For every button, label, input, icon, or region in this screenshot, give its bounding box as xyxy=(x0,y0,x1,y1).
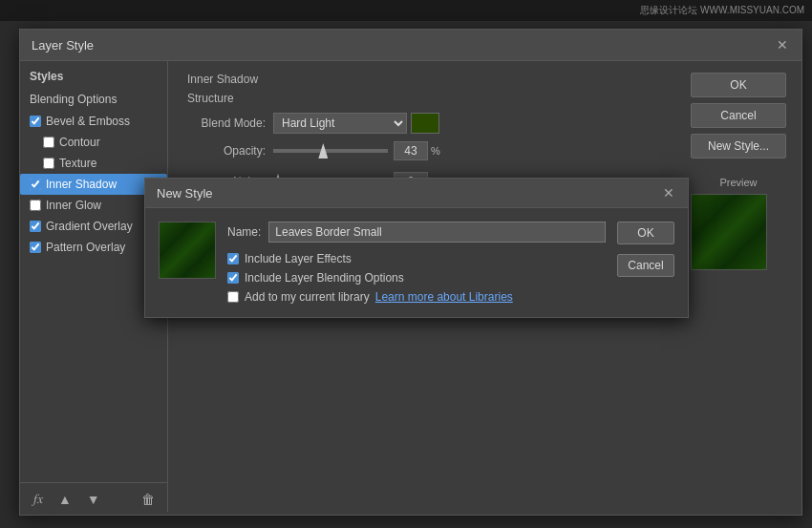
include-layer-effects-label: Include Layer Effects xyxy=(245,252,352,265)
new-style-thumbnail xyxy=(159,222,216,279)
add-to-library-row: Add to my current library Learn more abo… xyxy=(227,290,606,304)
new-style-titlebar: New Style ✕ xyxy=(145,179,688,208)
new-style-dialog: New Style ✕ Name: I xyxy=(144,178,689,318)
include-blending-options-checkbox[interactable] xyxy=(227,272,239,284)
blend-mode-select[interactable]: Hard Light xyxy=(273,113,407,134)
opacity-slider-container xyxy=(273,149,388,153)
blend-mode-label: Blend Mode: xyxy=(187,116,273,130)
new-style-title: New Style xyxy=(157,186,213,201)
bevel-emboss-item[interactable]: Bevel & Emboss xyxy=(20,111,167,132)
new-style-ok-button[interactable]: OK xyxy=(617,222,674,244)
bevel-emboss-checkbox[interactable] xyxy=(30,116,41,127)
opacity-input[interactable] xyxy=(394,141,428,160)
opacity-label: Opacity: xyxy=(187,144,273,158)
new-style-body: Name: Include Layer Effects Include Laye… xyxy=(145,208,688,317)
name-row: Name: xyxy=(227,222,606,243)
layer-style-close-button[interactable]: ✕ xyxy=(775,37,790,53)
move-up-button[interactable]: ▲ xyxy=(54,490,75,509)
move-down-button[interactable]: ▼ xyxy=(83,490,104,509)
texture-item[interactable]: Texture xyxy=(20,153,167,174)
contour-checkbox[interactable] xyxy=(43,137,54,148)
preview-section: Preview xyxy=(691,171,786,270)
layer-style-titlebar: Layer Style ✕ xyxy=(20,30,801,61)
preview-thumbnail xyxy=(691,194,767,270)
opacity-slider[interactable] xyxy=(273,149,388,153)
fx-button[interactable]: 𝑓𝑥 xyxy=(30,489,47,509)
new-style-cancel-button[interactable]: Cancel xyxy=(617,254,674,277)
pattern-overlay-checkbox[interactable] xyxy=(30,242,41,253)
add-to-library-checkbox[interactable] xyxy=(227,291,239,303)
ok-button[interactable]: OK xyxy=(691,73,786,97)
layer-style-dialog: Layer Style ✕ Styles Blending Options Be… xyxy=(19,29,802,516)
preview-label: Preview xyxy=(691,177,786,188)
watermark-text: 思缘设计论坛 WWW.MISSYUAN.COM xyxy=(640,4,804,17)
color-swatch[interactable] xyxy=(411,113,439,134)
opacity-unit: % xyxy=(431,145,440,157)
new-style-options: Include Layer Effects Include Layer Blen… xyxy=(227,252,606,304)
include-layer-effects-checkbox[interactable] xyxy=(227,253,239,264)
bottom-toolbar: 𝑓𝑥 ▲ ▼ 🗑 xyxy=(20,482,168,515)
layer-style-title: Layer Style xyxy=(32,38,94,53)
include-blending-options-row: Include Layer Blending Options xyxy=(227,271,606,285)
texture-checkbox[interactable] xyxy=(43,158,54,169)
add-to-library-label: Add to my current library xyxy=(245,290,370,304)
include-layer-effects-row: Include Layer Effects xyxy=(227,252,606,265)
action-buttons: OK Cancel New Style... xyxy=(691,73,786,158)
delete-button[interactable]: 🗑 xyxy=(138,490,159,509)
include-blending-options-label: Include Layer Blending Options xyxy=(245,271,404,285)
name-label: Name: xyxy=(227,225,261,239)
learn-more-link[interactable]: Learn more about Libraries xyxy=(375,290,513,304)
new-style-form: Name: Include Layer Effects Include Laye… xyxy=(227,222,606,304)
gradient-overlay-checkbox[interactable] xyxy=(30,221,41,232)
styles-header-item[interactable]: Styles xyxy=(20,65,167,88)
contour-item[interactable]: Contour xyxy=(20,132,167,153)
preview-image xyxy=(692,195,766,269)
new-style-button[interactable]: New Style... xyxy=(691,134,786,158)
top-bar: 思缘设计论坛 WWW.MISSYUAN.COM xyxy=(0,0,812,21)
new-style-action-buttons: OK Cancel xyxy=(617,222,674,304)
inner-glow-checkbox[interactable] xyxy=(30,200,41,211)
inner-shadow-checkbox[interactable] xyxy=(30,179,41,190)
blending-options-item[interactable]: Blending Options xyxy=(20,88,167,111)
new-style-close-button[interactable]: ✕ xyxy=(661,185,676,201)
name-input[interactable] xyxy=(268,222,606,243)
cancel-button[interactable]: Cancel xyxy=(691,103,786,128)
